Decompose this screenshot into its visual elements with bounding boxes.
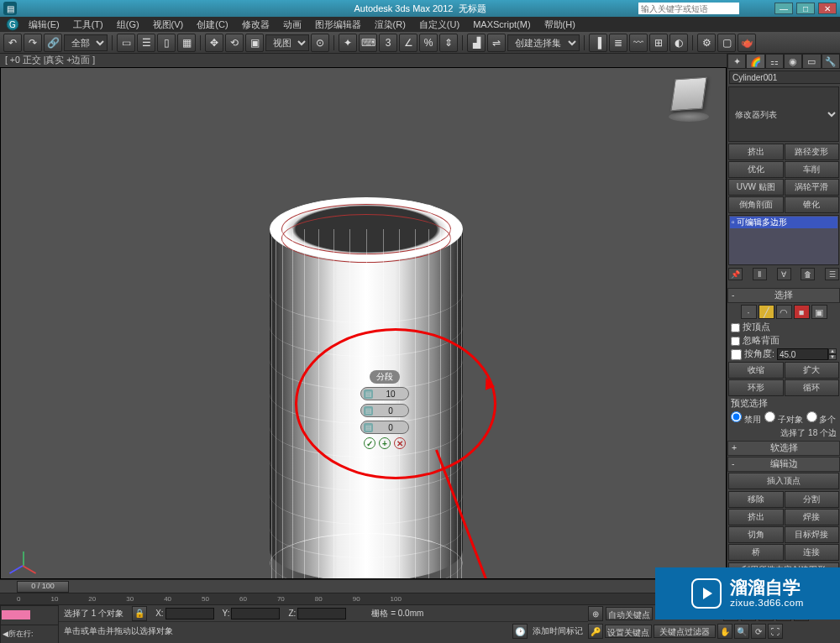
viewport-zoom-icon[interactable]: 🔍 xyxy=(734,624,749,639)
menu-create[interactable]: 创建(C) xyxy=(190,17,234,33)
mod-btn-lathe[interactable]: 车削 xyxy=(785,161,840,178)
menu-view[interactable]: 视图(V) xyxy=(146,17,191,33)
chamfer-button[interactable]: 切角 xyxy=(728,526,784,543)
manipulate-icon[interactable]: ✦ xyxy=(339,34,357,52)
by-vertex-check[interactable] xyxy=(731,323,740,332)
targetweld-button[interactable]: 目标焊接 xyxy=(785,526,840,543)
rollout-editedges[interactable]: 编辑边 xyxy=(727,457,840,472)
mod-btn-uvw[interactable]: UVW 贴图 xyxy=(728,179,784,196)
shrink-button[interactable]: 收缩 xyxy=(728,362,784,379)
mod-btn-optimize[interactable]: 优化 xyxy=(728,161,784,178)
subobj-vertex-icon[interactable]: · xyxy=(741,305,757,319)
pin-stack-icon[interactable]: 📌 xyxy=(728,268,743,280)
display-tab-icon[interactable]: ▭ xyxy=(802,54,821,69)
angle-spinner[interactable] xyxy=(777,348,828,360)
curve-editor-icon[interactable]: 〰 xyxy=(629,34,648,52)
segments-spinner[interactable]: ▤10 xyxy=(360,387,409,400)
schematic-icon[interactable]: ⊞ xyxy=(649,34,668,52)
time-slider-handle[interactable]: 0 / 100 xyxy=(17,581,69,593)
menu-help[interactable]: 帮助(H) xyxy=(538,17,582,33)
configure-icon[interactable]: ☰ xyxy=(825,268,839,280)
window-crossing-icon[interactable]: ▦ xyxy=(177,34,196,52)
material-editor-icon[interactable]: ◐ xyxy=(669,34,688,52)
mod-btn-turbosmooth[interactable]: 涡轮平滑 xyxy=(785,179,840,196)
angle-snap-icon[interactable]: ∠ xyxy=(399,34,417,52)
split-button[interactable]: 分割 xyxy=(785,491,840,508)
modifier-list[interactable]: 修改器列表 xyxy=(728,86,839,142)
menu-animation[interactable]: 动画 xyxy=(276,17,308,33)
redo-icon[interactable]: ↷ xyxy=(24,34,42,52)
timetag-icon[interactable]: 🕑 xyxy=(512,624,528,639)
scale-icon[interactable]: ▣ xyxy=(245,34,264,52)
render-setup-icon[interactable]: ⚙ xyxy=(697,34,716,52)
keyfilters-button[interactable]: 关键点过滤器 xyxy=(654,625,716,638)
menu-customize[interactable]: 自定义(U) xyxy=(412,17,466,33)
snap-toggle-icon[interactable]: 3 xyxy=(379,34,397,52)
menu-maxscript[interactable]: MAXScript(M) xyxy=(466,18,537,31)
mod-btn-taper[interactable]: 锥化 xyxy=(785,196,840,213)
z-coord-field[interactable] xyxy=(297,608,346,619)
rollout-softsel[interactable]: 软选择 xyxy=(727,441,840,456)
remove-mod-icon[interactable]: 🗑 xyxy=(801,268,815,280)
grow-button[interactable]: 扩大 xyxy=(785,362,840,379)
spinner-snap-icon[interactable]: ⇕ xyxy=(439,34,458,52)
menu-tools[interactable]: 工具(T) xyxy=(66,17,110,33)
move-icon[interactable]: ✥ xyxy=(205,34,223,52)
bridge-button[interactable]: 桥 xyxy=(728,544,784,561)
menu-group[interactable]: 组(G) xyxy=(110,17,146,33)
object-name-field[interactable] xyxy=(729,71,840,84)
modify-tab-icon[interactable]: 🌈 xyxy=(746,54,764,69)
menu-grapheditors[interactable]: 图形编辑器 xyxy=(308,17,368,33)
select-icon[interactable]: ▭ xyxy=(117,34,135,52)
app-menu-icon[interactable]: G xyxy=(3,17,22,32)
connect-button[interactable]: 连接 xyxy=(785,544,840,561)
preview-subobj-radio[interactable] xyxy=(764,411,775,422)
viewport-orbit-icon[interactable]: ⟳ xyxy=(751,624,766,639)
viewport[interactable]: 分段 ▤10 ▤0 ▤0 ✓ + ✕ xyxy=(0,67,727,579)
percent-snap-icon[interactable]: % xyxy=(419,34,438,52)
infocenter-search[interactable] xyxy=(638,3,739,14)
create-tab-icon[interactable]: ✦ xyxy=(727,54,746,69)
selection-filter[interactable]: 全部 xyxy=(64,34,108,51)
motion-tab-icon[interactable]: ◉ xyxy=(784,54,802,69)
rotate-icon[interactable]: ⟲ xyxy=(225,34,244,52)
y-coord-field[interactable] xyxy=(231,608,280,619)
setkey-icon[interactable]: 🔑 xyxy=(588,624,603,639)
viewcube[interactable] xyxy=(665,73,712,120)
rollout-selection[interactable]: 选择 xyxy=(727,288,840,303)
render-fb-icon[interactable]: ▢ xyxy=(717,34,736,52)
utilities-tab-icon[interactable]: 🔧 xyxy=(822,54,840,69)
preview-off-radio[interactable] xyxy=(731,411,742,422)
pivot-icon[interactable]: ⊙ xyxy=(311,34,329,52)
viewport-label[interactable]: [ +0 正交 |真实 +边面 ] xyxy=(0,54,727,67)
autokey-button[interactable]: 自动关键点 xyxy=(606,607,653,620)
ring-button[interactable]: 环形 xyxy=(728,379,784,396)
lock-selection-icon[interactable]: 🔒 xyxy=(132,606,147,621)
insert-vertex-button[interactable]: 插入顶点 xyxy=(728,473,839,489)
caddy-apply-icon[interactable]: + xyxy=(379,437,391,449)
pinch-spinner[interactable]: ▤0 xyxy=(360,404,409,417)
extrude-button[interactable]: 挤出 xyxy=(728,509,784,525)
weld-button[interactable]: 焊接 xyxy=(785,509,840,525)
slide-spinner[interactable]: ▤0 xyxy=(360,421,409,434)
remove-button[interactable]: 移除 xyxy=(728,491,784,508)
align-icon[interactable]: ⇌ xyxy=(487,34,506,52)
undo-icon[interactable]: ↶ xyxy=(3,34,22,52)
subobj-border-icon[interactable]: ◠ xyxy=(776,305,792,319)
keyboard-shortcut-icon[interactable]: ⌨ xyxy=(359,34,377,52)
close-button[interactable]: ✕ xyxy=(818,3,837,14)
keymode-icon[interactable]: ⊕ xyxy=(588,606,603,621)
subobj-edge-icon[interactable]: ╱ xyxy=(759,305,774,319)
mirror2-icon[interactable]: ▐ xyxy=(589,34,607,52)
setkey-button[interactable]: 设置关键点 xyxy=(605,625,652,638)
add-time-tag[interactable]: 添加时间标记 xyxy=(533,625,583,637)
render-icon[interactable]: 🫖 xyxy=(738,34,756,52)
loop-button[interactable]: 循环 xyxy=(785,379,840,396)
menu-rendering[interactable]: 渲染(R) xyxy=(368,17,412,33)
by-angle-check[interactable] xyxy=(731,349,742,360)
ignore-backfacing-check[interactable] xyxy=(731,337,740,346)
mod-btn-pathdeform[interactable]: 路径变形 xyxy=(785,144,840,160)
minimize-button[interactable]: — xyxy=(774,3,793,14)
caddy-cancel-icon[interactable]: ✕ xyxy=(394,437,406,449)
menu-edit[interactable]: 编辑(E) xyxy=(22,17,66,33)
